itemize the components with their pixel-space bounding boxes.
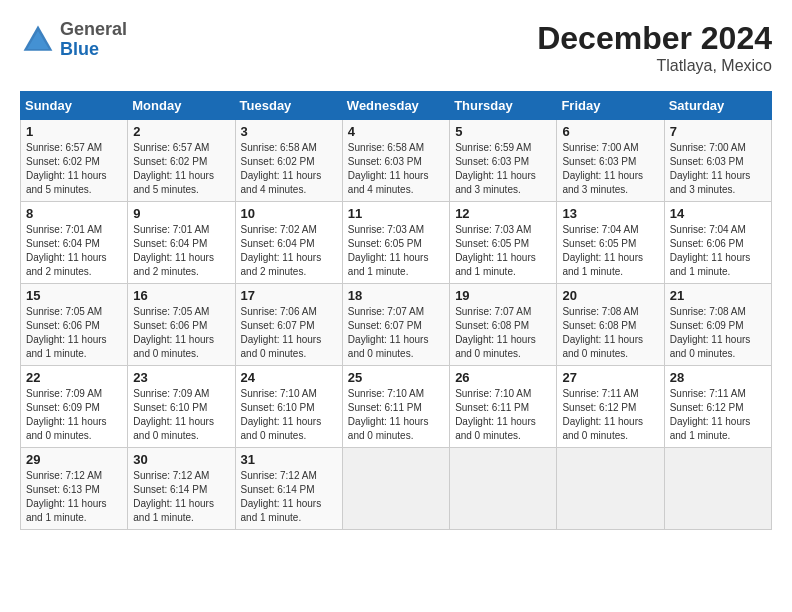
calendar-cell: 30Sunrise: 7:12 AMSunset: 6:14 PMDayligh…	[128, 448, 235, 530]
calendar-cell: 15Sunrise: 7:05 AMSunset: 6:06 PMDayligh…	[21, 284, 128, 366]
day-info: Sunrise: 7:08 AMSunset: 6:09 PMDaylight:…	[670, 305, 766, 361]
day-number: 23	[133, 370, 229, 385]
calendar-cell: 22Sunrise: 7:09 AMSunset: 6:09 PMDayligh…	[21, 366, 128, 448]
month-title: December 2024	[537, 20, 772, 57]
day-number: 9	[133, 206, 229, 221]
weekday-header: Tuesday	[235, 92, 342, 120]
day-info: Sunrise: 6:58 AMSunset: 6:02 PMDaylight:…	[241, 141, 337, 197]
calendar-cell: 2Sunrise: 6:57 AMSunset: 6:02 PMDaylight…	[128, 120, 235, 202]
day-number: 20	[562, 288, 658, 303]
day-info: Sunrise: 7:03 AMSunset: 6:05 PMDaylight:…	[455, 223, 551, 279]
day-info: Sunrise: 7:06 AMSunset: 6:07 PMDaylight:…	[241, 305, 337, 361]
calendar-cell: 8Sunrise: 7:01 AMSunset: 6:04 PMDaylight…	[21, 202, 128, 284]
day-number: 10	[241, 206, 337, 221]
day-info: Sunrise: 7:09 AMSunset: 6:10 PMDaylight:…	[133, 387, 229, 443]
title-block: December 2024 Tlatlaya, Mexico	[537, 20, 772, 75]
calendar-cell: 3Sunrise: 6:58 AMSunset: 6:02 PMDaylight…	[235, 120, 342, 202]
calendar-cell: 4Sunrise: 6:58 AMSunset: 6:03 PMDaylight…	[342, 120, 449, 202]
calendar-week: 1Sunrise: 6:57 AMSunset: 6:02 PMDaylight…	[21, 120, 772, 202]
calendar-cell: 21Sunrise: 7:08 AMSunset: 6:09 PMDayligh…	[664, 284, 771, 366]
calendar-cell: 9Sunrise: 7:01 AMSunset: 6:04 PMDaylight…	[128, 202, 235, 284]
day-number: 7	[670, 124, 766, 139]
calendar-cell: 10Sunrise: 7:02 AMSunset: 6:04 PMDayligh…	[235, 202, 342, 284]
day-number: 22	[26, 370, 122, 385]
day-number: 2	[133, 124, 229, 139]
calendar-cell: 28Sunrise: 7:11 AMSunset: 6:12 PMDayligh…	[664, 366, 771, 448]
calendar-cell: 11Sunrise: 7:03 AMSunset: 6:05 PMDayligh…	[342, 202, 449, 284]
weekday-header: Thursday	[450, 92, 557, 120]
calendar-cell: 18Sunrise: 7:07 AMSunset: 6:07 PMDayligh…	[342, 284, 449, 366]
day-number: 12	[455, 206, 551, 221]
calendar-cell: 19Sunrise: 7:07 AMSunset: 6:08 PMDayligh…	[450, 284, 557, 366]
day-info: Sunrise: 6:58 AMSunset: 6:03 PMDaylight:…	[348, 141, 444, 197]
day-info: Sunrise: 7:02 AMSunset: 6:04 PMDaylight:…	[241, 223, 337, 279]
logo-blue: Blue	[60, 39, 99, 59]
day-number: 4	[348, 124, 444, 139]
calendar-week: 15Sunrise: 7:05 AMSunset: 6:06 PMDayligh…	[21, 284, 772, 366]
page-header: General Blue December 2024 Tlatlaya, Mex…	[20, 20, 772, 75]
day-info: Sunrise: 7:04 AMSunset: 6:05 PMDaylight:…	[562, 223, 658, 279]
calendar-cell: 26Sunrise: 7:10 AMSunset: 6:11 PMDayligh…	[450, 366, 557, 448]
calendar-cell: 7Sunrise: 7:00 AMSunset: 6:03 PMDaylight…	[664, 120, 771, 202]
calendar-cell: 6Sunrise: 7:00 AMSunset: 6:03 PMDaylight…	[557, 120, 664, 202]
day-info: Sunrise: 7:11 AMSunset: 6:12 PMDaylight:…	[562, 387, 658, 443]
day-number: 13	[562, 206, 658, 221]
day-number: 18	[348, 288, 444, 303]
day-number: 25	[348, 370, 444, 385]
day-info: Sunrise: 7:01 AMSunset: 6:04 PMDaylight:…	[26, 223, 122, 279]
calendar-cell	[450, 448, 557, 530]
day-info: Sunrise: 7:11 AMSunset: 6:12 PMDaylight:…	[670, 387, 766, 443]
calendar-cell: 5Sunrise: 6:59 AMSunset: 6:03 PMDaylight…	[450, 120, 557, 202]
day-info: Sunrise: 7:10 AMSunset: 6:11 PMDaylight:…	[455, 387, 551, 443]
logo: General Blue	[20, 20, 127, 60]
day-number: 17	[241, 288, 337, 303]
calendar-cell	[342, 448, 449, 530]
day-number: 1	[26, 124, 122, 139]
weekday-header: Wednesday	[342, 92, 449, 120]
day-number: 6	[562, 124, 658, 139]
calendar-cell	[557, 448, 664, 530]
day-info: Sunrise: 7:05 AMSunset: 6:06 PMDaylight:…	[26, 305, 122, 361]
calendar-cell: 16Sunrise: 7:05 AMSunset: 6:06 PMDayligh…	[128, 284, 235, 366]
day-info: Sunrise: 7:03 AMSunset: 6:05 PMDaylight:…	[348, 223, 444, 279]
calendar: SundayMondayTuesdayWednesdayThursdayFrid…	[20, 91, 772, 530]
location: Tlatlaya, Mexico	[537, 57, 772, 75]
calendar-cell	[664, 448, 771, 530]
logo-general: General	[60, 19, 127, 39]
logo-text: General Blue	[60, 20, 127, 60]
day-number: 19	[455, 288, 551, 303]
day-info: Sunrise: 7:10 AMSunset: 6:10 PMDaylight:…	[241, 387, 337, 443]
calendar-week: 22Sunrise: 7:09 AMSunset: 6:09 PMDayligh…	[21, 366, 772, 448]
calendar-cell: 14Sunrise: 7:04 AMSunset: 6:06 PMDayligh…	[664, 202, 771, 284]
logo-icon	[20, 22, 56, 58]
day-info: Sunrise: 6:59 AMSunset: 6:03 PMDaylight:…	[455, 141, 551, 197]
calendar-cell: 25Sunrise: 7:10 AMSunset: 6:11 PMDayligh…	[342, 366, 449, 448]
day-info: Sunrise: 7:00 AMSunset: 6:03 PMDaylight:…	[670, 141, 766, 197]
day-number: 30	[133, 452, 229, 467]
day-info: Sunrise: 7:04 AMSunset: 6:06 PMDaylight:…	[670, 223, 766, 279]
weekday-header: Saturday	[664, 92, 771, 120]
day-info: Sunrise: 7:12 AMSunset: 6:13 PMDaylight:…	[26, 469, 122, 525]
day-number: 31	[241, 452, 337, 467]
calendar-cell: 12Sunrise: 7:03 AMSunset: 6:05 PMDayligh…	[450, 202, 557, 284]
day-info: Sunrise: 7:01 AMSunset: 6:04 PMDaylight:…	[133, 223, 229, 279]
calendar-week: 8Sunrise: 7:01 AMSunset: 6:04 PMDaylight…	[21, 202, 772, 284]
day-info: Sunrise: 7:07 AMSunset: 6:08 PMDaylight:…	[455, 305, 551, 361]
day-info: Sunrise: 6:57 AMSunset: 6:02 PMDaylight:…	[133, 141, 229, 197]
calendar-body: 1Sunrise: 6:57 AMSunset: 6:02 PMDaylight…	[21, 120, 772, 530]
calendar-header: SundayMondayTuesdayWednesdayThursdayFrid…	[21, 92, 772, 120]
day-info: Sunrise: 6:57 AMSunset: 6:02 PMDaylight:…	[26, 141, 122, 197]
weekday-header: Friday	[557, 92, 664, 120]
day-number: 26	[455, 370, 551, 385]
day-number: 5	[455, 124, 551, 139]
day-info: Sunrise: 7:05 AMSunset: 6:06 PMDaylight:…	[133, 305, 229, 361]
day-number: 27	[562, 370, 658, 385]
day-number: 28	[670, 370, 766, 385]
weekday-header: Monday	[128, 92, 235, 120]
day-info: Sunrise: 7:08 AMSunset: 6:08 PMDaylight:…	[562, 305, 658, 361]
calendar-cell: 1Sunrise: 6:57 AMSunset: 6:02 PMDaylight…	[21, 120, 128, 202]
day-number: 29	[26, 452, 122, 467]
calendar-cell: 20Sunrise: 7:08 AMSunset: 6:08 PMDayligh…	[557, 284, 664, 366]
day-number: 15	[26, 288, 122, 303]
calendar-cell: 29Sunrise: 7:12 AMSunset: 6:13 PMDayligh…	[21, 448, 128, 530]
